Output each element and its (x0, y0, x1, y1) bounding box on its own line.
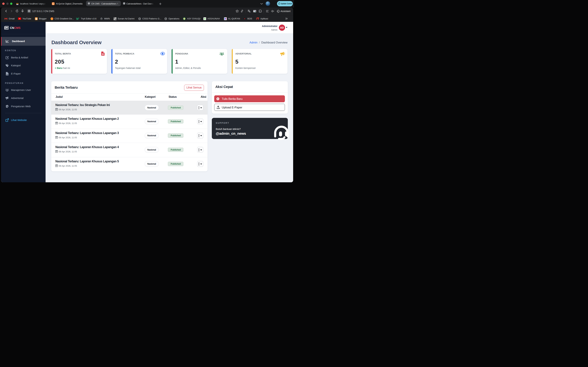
svg-text:PDF: PDF (6, 74, 8, 75)
svg-text:3: 3 (79, 17, 79, 19)
svg-text:PMA: PMA (17, 4, 18, 5)
